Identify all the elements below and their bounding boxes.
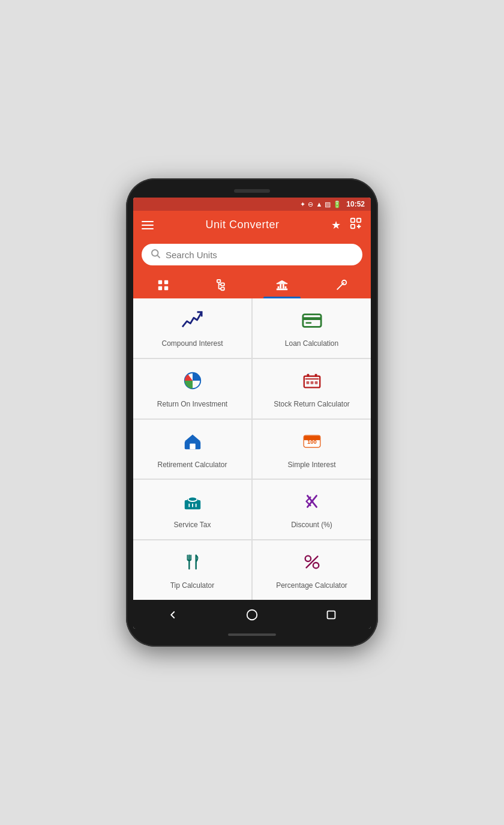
tip-calculator-icon (181, 552, 204, 575)
svg-point-47 (188, 497, 197, 502)
discount-icon (301, 491, 323, 515)
calculator-grid: Compound Interest Loan Calculation (133, 298, 371, 600)
svg-rect-5 (158, 280, 161, 284)
svg-text:100: 100 (307, 438, 317, 444)
search-icon (150, 248, 161, 261)
search-bar-wrap (133, 239, 371, 273)
svg-rect-39 (190, 443, 195, 449)
svg-point-3 (152, 250, 158, 256)
tab-grid-icon (157, 279, 170, 295)
grid-item-service-tax[interactable]: Service Tax (133, 480, 251, 539)
retirement-icon (181, 431, 204, 455)
loan-calculation-icon (301, 310, 323, 333)
svg-rect-35 (310, 381, 313, 384)
stock-return-label: Stock Return Calculator (274, 400, 350, 409)
grid-item-compound-interest[interactable]: Compound Interest (133, 298, 251, 358)
app-title: Unit Converter (205, 219, 279, 231)
grid-item-percentage[interactable]: Percentage Calculator (253, 540, 371, 600)
edit-button[interactable] (349, 217, 362, 233)
svg-rect-17 (277, 286, 279, 289)
bluetooth-icon: ✦ (300, 201, 305, 208)
svg-marker-22 (277, 280, 287, 283)
grid-item-retirement[interactable]: Retirement Calculator (133, 420, 251, 479)
svg-rect-11 (221, 288, 224, 291)
svg-point-53 (310, 500, 313, 503)
menu-button[interactable] (142, 221, 154, 229)
svg-rect-1 (357, 219, 361, 222)
svg-rect-6 (164, 280, 167, 284)
phone-device: ✦ ⊖ ▲ ▨ 🔋 10:52 Unit Converter ★ (126, 178, 378, 647)
simple-interest-icon: 100 (301, 431, 323, 455)
percentage-icon (301, 552, 323, 575)
svg-rect-21 (276, 283, 287, 284)
tab-finance[interactable] (263, 276, 301, 298)
status-time: 10:52 (346, 200, 365, 208)
svg-rect-33 (305, 378, 319, 379)
stock-return-icon (301, 370, 323, 394)
favorites-button[interactable]: ★ (331, 219, 341, 232)
roi-icon (181, 370, 204, 394)
svg-rect-8 (164, 286, 167, 290)
svg-rect-26 (302, 315, 320, 327)
svg-line-25 (342, 282, 344, 284)
svg-marker-38 (184, 434, 200, 441)
retirement-label: Retirement Calculator (157, 461, 227, 470)
tab-hierarchy-icon (216, 279, 229, 295)
mute-icon: ⊖ (308, 201, 313, 208)
percentage-label: Percentage Calculator (276, 581, 347, 591)
roi-label: Return On Investment (157, 400, 227, 409)
tab-bar (133, 273, 371, 298)
tab-grid[interactable] (145, 276, 182, 298)
svg-rect-32 (314, 374, 317, 377)
svg-rect-9 (217, 280, 220, 283)
service-tax-icon (181, 491, 204, 515)
grid-item-stock-return[interactable]: Stock Return Calculator (253, 359, 371, 419)
grid-item-simple-interest[interactable]: 100 Simple Interest (253, 420, 371, 479)
battery-icon: 🔋 (333, 201, 341, 208)
grid-item-discount[interactable]: Discount (%) (253, 480, 371, 539)
discount-label: Discount (%) (291, 521, 332, 530)
back-button[interactable] (164, 606, 182, 624)
svg-rect-16 (276, 289, 287, 291)
svg-line-23 (337, 284, 342, 289)
compound-interest-label: Compound Interest (161, 339, 223, 349)
status-icons: ✦ ⊖ ▲ ▨ 🔋 10:52 (300, 200, 365, 208)
tab-tools[interactable] (323, 276, 360, 298)
header-icons: ★ (331, 217, 362, 233)
recent-apps-button[interactable] (322, 606, 340, 624)
home-button[interactable] (243, 606, 261, 624)
svg-rect-62 (328, 611, 335, 619)
grid-item-loan-calculation[interactable]: Loan Calculation (253, 298, 371, 358)
svg-rect-0 (351, 219, 355, 222)
grid-item-tip-calculator[interactable]: Tip Calculator (133, 540, 251, 600)
search-bar[interactable] (142, 244, 362, 265)
loan-calculation-label: Loan Calculation (285, 339, 338, 349)
svg-rect-19 (282, 284, 284, 288)
phone-screen: ✦ ⊖ ▲ ▨ 🔋 10:52 Unit Converter ★ (133, 198, 371, 629)
svg-rect-36 (314, 381, 317, 384)
tab-finance-icon (275, 279, 289, 295)
tab-hierarchy[interactable] (204, 276, 241, 298)
compound-interest-icon (181, 310, 204, 333)
signal-icon: ▨ (325, 201, 331, 208)
svg-point-61 (247, 610, 257, 620)
tab-tools-icon (335, 279, 348, 295)
phone-speaker (234, 189, 270, 193)
svg-rect-18 (280, 284, 281, 288)
svg-rect-27 (302, 317, 320, 320)
svg-point-59 (313, 563, 318, 568)
svg-line-4 (157, 255, 160, 258)
simple-interest-label: Simple Interest (287, 461, 335, 470)
svg-rect-7 (158, 286, 161, 290)
app-header: Unit Converter ★ (133, 211, 371, 239)
svg-rect-34 (306, 381, 309, 384)
wifi-icon: ▲ (316, 201, 322, 208)
svg-rect-10 (221, 283, 224, 286)
svg-point-58 (305, 556, 310, 561)
svg-rect-31 (307, 374, 309, 377)
tip-calculator-label: Tip Calculator (170, 581, 215, 591)
svg-rect-20 (284, 286, 286, 289)
svg-rect-2 (351, 225, 355, 228)
grid-item-roi[interactable]: Return On Investment (133, 359, 251, 419)
search-input[interactable] (166, 250, 354, 260)
